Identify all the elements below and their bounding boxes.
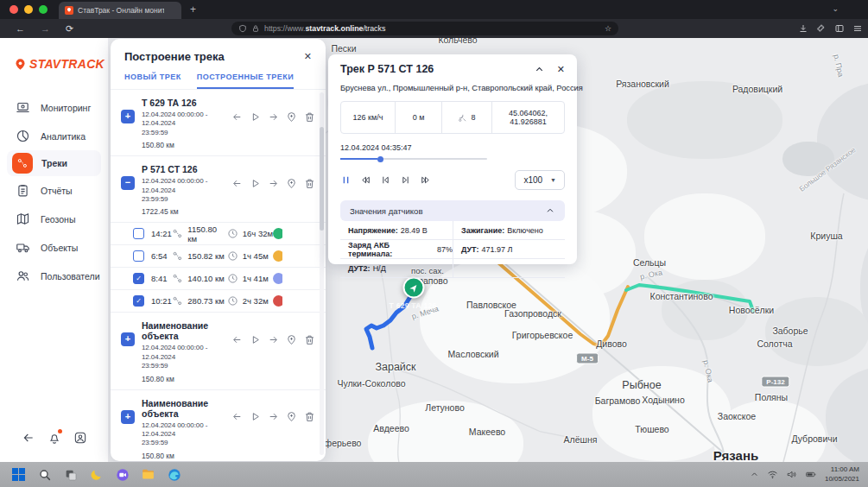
forward-button[interactable]: →: [41, 23, 50, 34]
track-item[interactable]: + Наименование объекта 12.04.2024 00:00:…: [111, 312, 326, 389]
segment-checkbox[interactable]: [133, 228, 144, 239]
wifi-icon[interactable]: [767, 469, 778, 480]
skip-forward-button[interactable]: [420, 174, 431, 186]
track-delete-button[interactable]: [304, 411, 315, 422]
segment-checkbox[interactable]: [133, 250, 144, 262]
track-play-button[interactable]: [250, 411, 261, 422]
route-icon: [172, 295, 183, 307]
track-next-button[interactable]: [268, 111, 279, 123]
track-segment-row[interactable]: 14:21 1150.80 км 16ч 32м: [111, 222, 326, 244]
track-locate-pin-button[interactable]: [286, 111, 297, 123]
track-play-button[interactable]: [250, 178, 261, 189]
track-next-button[interactable]: [268, 411, 279, 422]
collapse-card-chevron-icon[interactable]: [534, 64, 545, 75]
tab-built-tracks[interactable]: ПОСТРОЕННЫЕ ТРЕКИ: [197, 73, 294, 89]
track-segment-row[interactable]: 6:54 150.82 км 1ч 45м: [111, 244, 326, 267]
browser-toolbar: ← → ⟳ https://www.stavtrack.online/track…: [0, 19, 868, 38]
tracking-shield-icon[interactable]: [238, 24, 247, 33]
skip-back-button[interactable]: [360, 174, 371, 186]
downloads-icon[interactable]: [798, 23, 808, 34]
segment-checkbox-checked[interactable]: ✓: [133, 295, 144, 307]
detail-close-icon[interactable]: ✕: [557, 64, 565, 75]
track-item[interactable]: − Р 571 СТ 126 12.04.2024 00:00:00 - 12.…: [111, 155, 326, 222]
playback-slider[interactable]: [340, 158, 487, 160]
reader-sidebar-icon[interactable]: [834, 23, 845, 34]
step-back-button[interactable]: [380, 174, 391, 186]
close-window-button[interactable]: [10, 5, 18, 14]
vehicle-marker[interactable]: [403, 277, 425, 299]
lock-icon[interactable]: [251, 24, 260, 33]
users-icon: [16, 269, 30, 283]
app-logo: STAVTRACK: [14, 57, 108, 71]
track-item[interactable]: + Наименование объекта 12.04.2024 00:00:…: [111, 389, 326, 466]
sidebar-item-users[interactable]: Пользователи: [0, 262, 108, 290]
track-play-button[interactable]: [250, 334, 261, 345]
night-mode-moon-icon[interactable]: [89, 467, 104, 482]
task-view-icon[interactable]: [63, 467, 78, 482]
map-place-label: Кольчево: [438, 38, 477, 45]
system-clock[interactable]: 11:00 AM 10/05/2021: [825, 465, 859, 484]
titlebar-chevron-down-icon[interactable]: ⌄: [832, 4, 839, 13]
track-delete-button[interactable]: [304, 178, 315, 189]
menu-hamburger-icon[interactable]: [852, 23, 863, 34]
track-prev-button[interactable]: [231, 334, 243, 345]
step-forward-button[interactable]: [400, 174, 411, 186]
track-locate-pin-button[interactable]: [286, 178, 297, 189]
track-prev-button[interactable]: [231, 178, 243, 189]
sidebar-item-analytics[interactable]: Аналитика: [0, 122, 108, 150]
sidebar-item-objects[interactable]: Объекты: [0, 233, 108, 262]
battery-icon[interactable]: [805, 469, 817, 480]
segment-color-dot: [273, 295, 282, 307]
track-next-button[interactable]: [268, 334, 279, 345]
expand-plus-icon[interactable]: +: [121, 410, 135, 424]
collapse-sidebar-icon[interactable]: [22, 431, 35, 445]
sidebar-item-monitoring[interactable]: Мониторинг: [0, 93, 108, 122]
track-locate-pin-button[interactable]: [286, 411, 297, 422]
track-play-button[interactable]: [250, 111, 261, 123]
expand-plus-icon[interactable]: +: [121, 110, 135, 123]
track-item[interactable]: + Т 629 ТА 126 12.04.2024 00:00:00 - 12.…: [111, 89, 326, 155]
track-delete-button[interactable]: [304, 111, 315, 123]
sidebar-item-geozones[interactable]: Геозоны: [0, 205, 108, 233]
vehicle-track-badge[interactable]: Т 629 ТА 126: [383, 299, 442, 312]
panel-scrollbar[interactable]: [320, 92, 324, 455]
address-bar[interactable]: https://www.stavtrack.online/tracks ☆: [231, 22, 618, 35]
panel-close-icon[interactable]: ✕: [304, 51, 312, 62]
track-locate-pin-button[interactable]: [286, 334, 297, 345]
volume-icon[interactable]: [786, 469, 797, 480]
start-button[interactable]: [11, 467, 26, 482]
video-app-icon[interactable]: [115, 467, 130, 482]
track-distance: 1722.45 км: [142, 207, 231, 216]
tray-chevron-up-icon[interactable]: [750, 470, 759, 479]
playback-speed-select[interactable]: x100 ▼: [515, 170, 565, 190]
taskbar-search-icon[interactable]: [37, 467, 52, 482]
tab-new-track[interactable]: НОВЫЙ ТРЕК: [124, 73, 181, 89]
sensors-accordion-header[interactable]: Значения датчиков: [340, 200, 565, 221]
pause-button[interactable]: [340, 174, 352, 186]
minimize-window-button[interactable]: [24, 5, 33, 14]
slider-knob[interactable]: [377, 156, 383, 162]
maximize-window-button[interactable]: [39, 5, 48, 14]
bookmark-star-icon[interactable]: ☆: [605, 24, 611, 33]
track-prev-button[interactable]: [231, 111, 243, 123]
notifications-button[interactable]: [48, 431, 61, 448]
map-place-label: Новосёлки: [729, 305, 774, 315]
extensions-puzzle-icon[interactable]: [816, 23, 827, 34]
new-tab-button[interactable]: +: [190, 3, 196, 16]
track-delete-button[interactable]: [304, 334, 315, 345]
collapse-minus-icon[interactable]: −: [121, 176, 135, 190]
sidebar-item-reports[interactable]: Отчёты: [0, 176, 108, 205]
browser-tab[interactable]: СтавТрак - Онлайн мониторин: [59, 2, 181, 19]
profile-button[interactable]: [73, 431, 87, 445]
segment-checkbox-checked[interactable]: ✓: [133, 273, 144, 284]
track-prev-button[interactable]: [231, 411, 243, 422]
reload-button[interactable]: ⟳: [66, 23, 73, 35]
track-next-button[interactable]: [268, 178, 279, 189]
sidebar-item-tracks[interactable]: Треки: [7, 150, 101, 176]
file-explorer-icon[interactable]: [141, 467, 155, 482]
back-button[interactable]: ←: [16, 23, 25, 34]
track-segment-row[interactable]: ✓ 8:41 140.10 км 1ч 41м: [111, 267, 326, 289]
track-segment-row[interactable]: ✓ 10:21 280.73 км 2ч 32м: [111, 289, 326, 312]
expand-plus-icon[interactable]: +: [121, 332, 135, 346]
edge-browser-icon[interactable]: [167, 467, 181, 482]
